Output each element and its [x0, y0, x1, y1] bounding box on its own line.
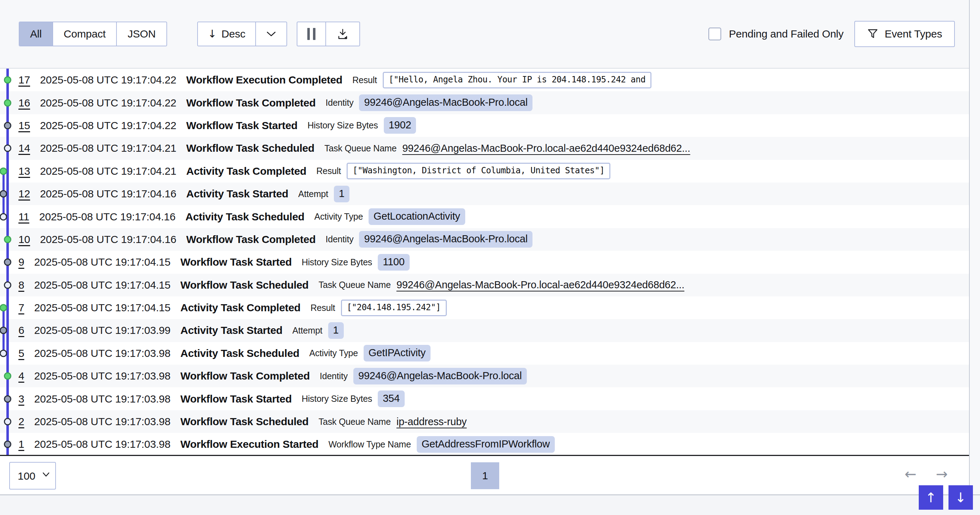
event-row[interactable]: 15 2025-05-08 UTC 19:17:04.22 Workflow T…: [0, 114, 969, 137]
event-attribute: Task Queue Name 99246@Angelas-MacBook-Pr…: [324, 143, 690, 154]
pause-icon: [307, 28, 315, 40]
event-row[interactable]: 4 2025-05-08 UTC 19:17:03.98 Workflow Ta…: [0, 364, 969, 387]
event-row[interactable]: 12 2025-05-08 UTC 19:17:04.16 Activity T…: [0, 182, 969, 205]
event-attribute-value: ["204.148.195.242"]: [341, 299, 447, 316]
sort-label: Desc: [222, 28, 246, 40]
event-history-toolbar: AllCompactJSON ↓ Desc: [0, 0, 969, 69]
sort-desc-button[interactable]: ↓ Desc: [198, 22, 256, 46]
event-attribute-label: History Size Bytes: [302, 394, 372, 404]
event-row[interactable]: 6 2025-05-08 UTC 19:17:03.99 Activity Ta…: [0, 319, 969, 342]
event-status-dot: [0, 304, 7, 312]
event-attribute: Identity 99246@Angelas-MacBook-Pro.local: [325, 231, 533, 247]
pending-failed-checkbox[interactable]: [708, 28, 721, 40]
event-attribute: History Size Bytes 1100: [302, 254, 410, 271]
content-right-border: [969, 0, 970, 494]
event-id-link[interactable]: 7: [18, 302, 24, 314]
view-mode-all-button[interactable]: All: [19, 22, 53, 46]
event-timestamp: 2025-05-08 UTC 19:17:04.16: [40, 233, 176, 246]
event-type: Workflow Task Completed: [181, 370, 310, 382]
event-row[interactable]: 16 2025-05-08 UTC 19:17:04.22 Workflow T…: [0, 91, 969, 114]
event-type: Workflow Task Completed: [186, 97, 315, 109]
sort-dropdown-button[interactable]: [256, 22, 286, 46]
page-arrows: ← →: [905, 467, 948, 481]
event-attribute: Attempt 1: [298, 186, 350, 202]
event-attribute-label: Result: [310, 303, 335, 313]
event-type: Workflow Execution Started: [181, 438, 319, 450]
event-row[interactable]: 13 2025-05-08 UTC 19:17:04.21 Activity T…: [0, 160, 969, 182]
view-mode-json-button[interactable]: JSON: [117, 22, 166, 46]
event-row[interactable]: 9 2025-05-08 UTC 19:17:04.15 Workflow Ta…: [0, 251, 969, 273]
event-id-link[interactable]: 2: [18, 415, 24, 428]
event-row[interactable]: 5 2025-05-08 UTC 19:17:03.98 Activity Ta…: [0, 342, 969, 364]
event-type: Activity Task Completed: [186, 165, 306, 177]
event-id-link[interactable]: 11: [18, 211, 29, 223]
view-mode-compact-button[interactable]: Compact: [53, 22, 117, 46]
event-id-link[interactable]: 5: [18, 347, 24, 360]
event-id-link[interactable]: 10: [18, 233, 30, 246]
event-timestamp: 2025-05-08 UTC 19:17:04.22: [40, 97, 176, 109]
event-attribute-label: Identity: [325, 98, 353, 108]
event-row[interactable]: 3 2025-05-08 UTC 19:17:03.98 Workflow Ta…: [0, 387, 969, 410]
event-id-link[interactable]: 14: [18, 142, 30, 154]
event-id-link[interactable]: 6: [18, 324, 24, 336]
event-status-dot: [4, 418, 11, 426]
filter-funnel-icon: [867, 28, 878, 40]
event-attribute-value: GetIPActivity: [364, 345, 431, 361]
event-row[interactable]: 8 2025-05-08 UTC 19:17:04.15 Workflow Ta…: [0, 274, 969, 296]
current-page-button[interactable]: 1: [471, 462, 499, 489]
event-attribute-value[interactable]: 99246@Angelas-MacBook-Pro.local-ae62d440…: [402, 143, 690, 154]
event-timestamp: 2025-05-08 UTC 19:17:04.22: [40, 120, 176, 132]
download-button[interactable]: [326, 22, 360, 46]
event-row[interactable]: 14 2025-05-08 UTC 19:17:04.21 Workflow T…: [0, 137, 969, 160]
previous-page-arrow[interactable]: ←: [905, 467, 916, 481]
event-type: Activity Task Scheduled: [186, 211, 304, 223]
event-attribute-value: GetLocationActivity: [369, 208, 465, 225]
event-status-dot: [0, 349, 7, 357]
event-type: Workflow Task Started: [186, 120, 298, 132]
event-attribute-value: 1100: [378, 254, 410, 271]
event-row[interactable]: 10 2025-05-08 UTC 19:17:04.16 Workflow T…: [0, 228, 969, 251]
event-row[interactable]: 7 2025-05-08 UTC 19:17:04.15 Activity Ta…: [0, 296, 969, 319]
event-row[interactable]: 17 2025-05-08 UTC 19:17:04.22 Workflow E…: [0, 69, 969, 91]
scroll-to-bottom-button[interactable]: ↓: [948, 485, 973, 510]
chevron-down-icon: [266, 31, 277, 37]
event-row[interactable]: 1 2025-05-08 UTC 19:17:03.98 Workflow Ex…: [0, 433, 969, 456]
event-id-link[interactable]: 17: [18, 74, 30, 86]
event-attribute-value: 1902: [384, 117, 416, 134]
event-attribute: Attempt 1: [293, 322, 344, 339]
event-id-link[interactable]: 3: [18, 393, 24, 405]
page-size-select[interactable]: 100: [9, 462, 56, 490]
event-attribute: Workflow Type Name GetAddressFromIPWorkf…: [329, 436, 555, 453]
scroll-to-top-button[interactable]: ↑: [919, 485, 943, 510]
pause-button[interactable]: [298, 22, 326, 46]
event-id-link[interactable]: 16: [18, 97, 30, 109]
event-id-link[interactable]: 4: [18, 370, 24, 382]
event-row[interactable]: 11 2025-05-08 UTC 19:17:04.16 Activity T…: [0, 205, 969, 228]
event-status-dot: [4, 372, 11, 380]
event-status-dot: [0, 213, 7, 220]
event-attribute-value[interactable]: 99246@Angelas-MacBook-Pro.local-ae62d440…: [396, 279, 684, 291]
event-attribute-value: 1: [334, 186, 350, 202]
event-status-dot: [0, 190, 7, 198]
pagination-bar: 100 1 ← →: [0, 457, 969, 494]
event-timestamp: 2025-05-08 UTC 19:17:04.15: [34, 279, 171, 291]
event-status-dot: [4, 122, 11, 129]
event-status-dot: [4, 281, 11, 288]
event-timestamp: 2025-05-08 UTC 19:17:03.98: [34, 393, 171, 405]
event-types-filter-button[interactable]: Event Types: [854, 21, 955, 47]
event-row[interactable]: 2 2025-05-08 UTC 19:17:03.98 Workflow Ta…: [0, 410, 969, 433]
arrow-down-icon: ↓: [208, 29, 217, 39]
event-id-link[interactable]: 9: [18, 256, 24, 268]
event-attribute-value: GetAddressFromIPWorkflow: [417, 436, 555, 453]
event-id-link[interactable]: 8: [18, 279, 24, 291]
event-id-link[interactable]: 13: [18, 165, 30, 177]
arrow-down-icon: ↓: [955, 491, 967, 504]
event-id-link[interactable]: 15: [18, 120, 30, 132]
event-id-link[interactable]: 12: [18, 188, 30, 200]
event-attribute-value: ["Washington, District of Columbia, Unit…: [347, 163, 610, 179]
event-history-table: 17 2025-05-08 UTC 19:17:04.22 Workflow E…: [0, 69, 969, 456]
event-attribute-value[interactable]: ip-address-ruby: [396, 416, 467, 428]
event-id-link[interactable]: 1: [18, 438, 24, 450]
event-timestamp: 2025-05-08 UTC 19:17:04.15: [34, 302, 171, 314]
next-page-arrow[interactable]: →: [936, 467, 948, 481]
